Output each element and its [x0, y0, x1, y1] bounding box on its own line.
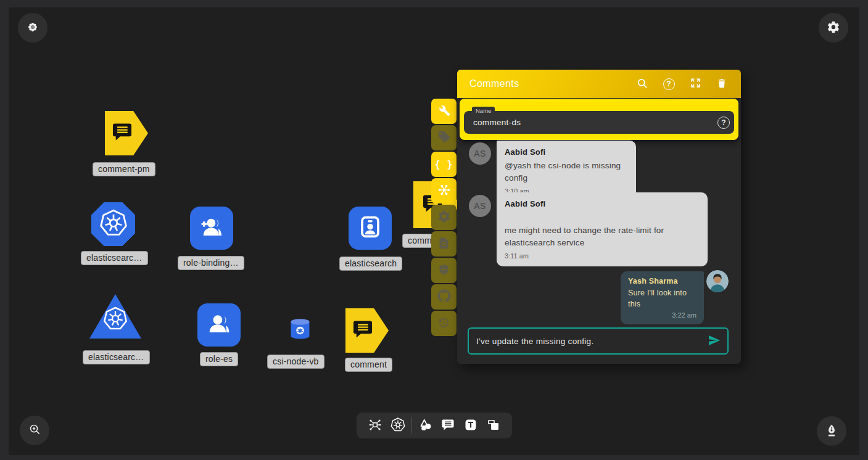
name-field-wrap: Name ? [460, 99, 738, 140]
panel-help-button[interactable]: ? [662, 77, 676, 91]
role-icon [206, 311, 232, 339]
pen-nib-icon [824, 423, 839, 440]
trash-icon [716, 77, 727, 91]
braces-icon: { } [434, 159, 453, 170]
node-label: comment [345, 358, 392, 372]
message-text: me might need to change the rate-limit f… [505, 224, 700, 248]
node-role-es[interactable] [197, 303, 241, 347]
tags-button[interactable] [431, 125, 457, 150]
node-label: elasticsearc… [81, 251, 148, 265]
avatar-photo [706, 270, 729, 292]
help-icon: ? [663, 78, 675, 90]
github-button[interactable] [431, 284, 457, 310]
send-button[interactable] [708, 334, 727, 349]
relationships-button[interactable] [431, 178, 457, 203]
gear-icon [437, 210, 451, 225]
component-browser-button[interactable] [366, 416, 384, 435]
message-time: 3:11 am [505, 252, 700, 260]
role-binding-icon [199, 214, 225, 242]
avatar: AS [469, 195, 491, 217]
message-author: Aabid Sofi [505, 199, 700, 208]
app-frame: comment-pm elasticsearc… role-bindin [0, 0, 868, 460]
comment-composer [468, 327, 729, 355]
node-label: role-es [200, 352, 238, 366]
search-comments-button[interactable] [635, 77, 649, 91]
comments-panel-header[interactable]: Comments ? [457, 70, 741, 98]
shapes-button[interactable] [416, 416, 435, 435]
shapes-icon [418, 417, 433, 434]
expand-panel-button[interactable] [688, 77, 702, 91]
message-text: Sure I'll look into this [628, 287, 696, 310]
node-label: comment-pm [93, 162, 155, 176]
comment-input[interactable] [469, 337, 708, 346]
hub-icon [437, 183, 452, 199]
kubernetes-icon [99, 209, 128, 240]
chat-message-own: Yash Sharma Sure I'll look into this 3:2… [621, 271, 704, 324]
text-icon [463, 417, 478, 434]
node-label: elasticsearch [339, 257, 402, 271]
service-account-icon [357, 214, 383, 242]
node-role-binding[interactable] [190, 207, 233, 250]
note-tool-button[interactable] [484, 416, 503, 435]
node-csi-node-vb[interactable] [290, 319, 310, 341]
node-label: role-binding… [178, 256, 244, 270]
avatar-initials: AS [474, 149, 486, 158]
storage-cylinder-icon [290, 318, 310, 342]
gear-icon [827, 20, 840, 36]
node-elasticsearch-octagon[interactable] [91, 202, 135, 246]
node-settings-button[interactable] [431, 205, 457, 230]
kubernetes-components-button[interactable] [389, 416, 407, 435]
send-icon [708, 334, 721, 349]
search-icon [636, 77, 648, 91]
kubernetes-icon [391, 417, 405, 434]
node-elasticsearch-serviceaccount[interactable] [349, 207, 392, 250]
comment-tool-button[interactable] [439, 416, 457, 435]
chat-message: Aabid Sofi me might need to change the r… [497, 192, 708, 266]
preview-button[interactable] [431, 231, 457, 257]
tag-icon [437, 130, 451, 146]
security-button[interactable] [431, 258, 457, 283]
avatar-initials: AS [474, 201, 486, 211]
settings-button[interactable] [819, 13, 848, 43]
message-author: Aabid Sofi [505, 147, 628, 157]
name-input[interactable] [464, 111, 734, 134]
github-icon [437, 289, 451, 305]
field-help-icon[interactable]: ? [717, 117, 730, 129]
comments-panel: Comments ? Name ? A [457, 70, 741, 364]
node-action-toolbar: { } [431, 99, 457, 337]
flower-icon [26, 20, 39, 36]
message-time: 3:22 am [628, 311, 696, 319]
comment-bubble-icon [440, 417, 455, 434]
shield-icon [437, 263, 450, 278]
node-label: csi-node-vb [267, 355, 324, 369]
history-button[interactable] [431, 311, 457, 336]
note-icon [486, 417, 501, 434]
component-graph-icon [368, 417, 382, 434]
zoom-in-icon [28, 422, 42, 438]
comment-bubble-icon [110, 120, 134, 146]
configure-button[interactable] [431, 99, 457, 124]
zoom-button[interactable] [20, 416, 49, 445]
kubernetes-icon [103, 306, 128, 334]
expand-icon [690, 77, 701, 91]
panel-title: Comments [469, 78, 519, 89]
name-field-label: Name [472, 107, 495, 115]
message-author: Yash Sharma [628, 277, 696, 285]
toolbar-divider [411, 417, 412, 433]
shape-toolbar [357, 413, 512, 438]
code-button[interactable]: { } [431, 152, 457, 177]
history-icon [437, 316, 450, 331]
app-menu-button[interactable] [18, 13, 48, 43]
text-tool-button[interactable] [461, 416, 480, 435]
avatar: AS [469, 142, 491, 165]
node-label: elasticsearc… [83, 350, 150, 364]
comment-bubble-icon [351, 318, 374, 343]
delete-comment-button[interactable] [715, 77, 729, 91]
pen-tool-button[interactable] [817, 416, 846, 446]
message-text: @yash the csi-node is missing config [505, 160, 628, 184]
doc-search-icon [437, 237, 450, 252]
wrench-icon [437, 104, 451, 119]
